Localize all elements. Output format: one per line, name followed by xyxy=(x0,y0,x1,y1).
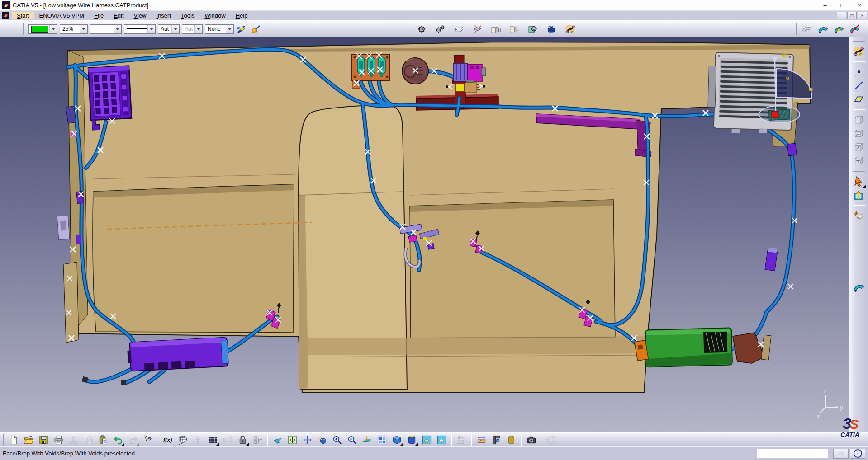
lock-button[interactable] xyxy=(236,433,249,446)
bundle-button[interactable] xyxy=(852,280,866,294)
chevron-down-icon[interactable] xyxy=(171,25,179,33)
zoom-in-button[interactable] xyxy=(331,433,344,446)
bundle-yellow-button[interactable] xyxy=(832,23,845,35)
menu-item-window[interactable]: Window xyxy=(199,12,230,19)
minimize-button[interactable]: – xyxy=(816,0,834,10)
paste-button[interactable] xyxy=(97,433,110,446)
3d-viewport[interactable]: w v u z y x xyxy=(0,37,849,432)
chevron-down-icon[interactable] xyxy=(194,25,202,33)
rotate-button[interactable] xyxy=(316,433,329,446)
render-mode-combo[interactable]: None xyxy=(205,24,234,34)
toolbar-drag-handle[interactable] xyxy=(853,171,865,172)
close-button[interactable]: × xyxy=(851,0,868,10)
menu-item-edit[interactable]: Edit xyxy=(109,12,128,19)
left-flange[interactable] xyxy=(63,262,79,343)
bundle-button[interactable] xyxy=(816,23,830,35)
publish-button[interactable] xyxy=(852,188,866,202)
toolbar-drag-handle[interactable] xyxy=(853,277,865,277)
toolbar-drag-handle[interactable] xyxy=(853,109,865,110)
normal-view-button[interactable] xyxy=(360,433,374,446)
toolbar-drag-handle[interactable] xyxy=(853,205,865,206)
swap-space-button[interactable] xyxy=(435,433,448,446)
select-button[interactable] xyxy=(852,174,866,188)
multi-view-button[interactable] xyxy=(375,433,389,446)
line-weight-combo[interactable] xyxy=(90,24,122,34)
menu-item-file[interactable]: File xyxy=(89,12,109,19)
point-symbol-combo[interactable]: Aut xyxy=(158,24,180,34)
dialog-expand-button[interactable]: □ xyxy=(833,449,849,459)
chevron-down-icon[interactable] xyxy=(147,25,155,33)
sheet-metal-button[interactable] xyxy=(452,23,465,35)
ecu-drop-connector[interactable] xyxy=(787,143,797,156)
geometrical-set4-button[interactable] xyxy=(852,154,866,167)
power-input-field[interactable] xyxy=(757,449,828,458)
help-pointer-button[interactable]: ? xyxy=(142,433,155,446)
transparency-combo[interactable]: 25% xyxy=(60,24,88,34)
new-document-button[interactable] xyxy=(7,433,20,446)
geometrical-set-button[interactable] xyxy=(852,113,866,127)
bundle-gray-button[interactable] xyxy=(801,23,814,35)
left-recess[interactable] xyxy=(93,184,294,333)
toolbar-drag-handle[interactable] xyxy=(853,61,865,62)
scene-svg[interactable]: w v u z y x xyxy=(0,37,849,432)
part-arrows-button[interactable] xyxy=(471,23,484,35)
sphere-rotate-button[interactable] xyxy=(545,23,558,35)
measure-item-button[interactable] xyxy=(490,433,503,446)
toolbar-drag-handle[interactable] xyxy=(3,434,4,446)
harness-routing-button[interactable] xyxy=(852,44,866,58)
green-module[interactable] xyxy=(634,328,732,367)
geometrical-set2-button[interactable] xyxy=(852,127,866,140)
gear-button[interactable] xyxy=(415,23,428,35)
tan-connector[interactable] xyxy=(465,83,477,93)
line-type-combo[interactable] xyxy=(124,24,156,34)
menu-item-insert[interactable]: Insert xyxy=(152,12,176,19)
menu-item-tools[interactable]: Tools xyxy=(176,12,199,19)
measure-button[interactable] xyxy=(475,433,488,446)
assembly-gear-button[interactable] xyxy=(526,23,540,35)
body-controller[interactable] xyxy=(127,337,228,371)
mdi-close-button[interactable]: × xyxy=(858,12,867,19)
mdi-restore-button[interactable]: □ xyxy=(847,12,857,19)
geometrical-set3-button[interactable] xyxy=(852,140,866,154)
render-style-button[interactable] xyxy=(405,433,418,446)
chevron-down-icon[interactable] xyxy=(114,25,121,33)
undo-button[interactable] xyxy=(112,433,125,446)
menu-item-help[interactable]: Help xyxy=(231,12,253,19)
line-button[interactable] xyxy=(852,79,866,92)
painter-button[interactable] xyxy=(235,23,248,35)
toolbar-drag-handle[interactable] xyxy=(796,23,797,35)
toolbar-drag-handle[interactable] xyxy=(23,23,24,35)
yellow-connector[interactable] xyxy=(456,84,464,91)
formula-button[interactable]: f(x) xyxy=(161,433,175,446)
fly-mode-button[interactable] xyxy=(271,433,284,446)
bundle-disabled-button[interactable] xyxy=(848,23,861,35)
maximize-button[interactable]: □ xyxy=(834,0,851,10)
print-button[interactable] xyxy=(52,433,65,446)
knowledge-button[interactable] xyxy=(176,433,190,446)
plane-button[interactable] xyxy=(852,92,866,106)
camera-button[interactable] xyxy=(525,433,538,446)
point-button[interactable] xyxy=(852,65,866,79)
design-table-button[interactable] xyxy=(206,433,219,446)
erase-button[interactable] xyxy=(852,209,866,222)
zoom-out-button[interactable] xyxy=(346,433,359,446)
mdi-minimize-button[interactable]: – xyxy=(837,12,846,19)
pan-button[interactable] xyxy=(301,433,314,446)
chevron-down-icon[interactable] xyxy=(226,25,233,33)
hide-show-button[interactable] xyxy=(420,433,433,446)
menu-item-start[interactable]: Start xyxy=(12,12,34,19)
magic-wand-button[interactable] xyxy=(250,23,263,35)
toolbar-drag-handle[interactable] xyxy=(853,41,865,42)
point-symbol-combo-2[interactable]: Aut xyxy=(182,24,203,34)
menu-item-view[interactable]: View xyxy=(129,12,152,19)
catalog2-button[interactable] xyxy=(508,23,521,35)
color-combo[interactable] xyxy=(28,24,57,34)
menu-item-enovia-v5-vpm[interactable]: ENOVIA V5 VPM xyxy=(34,12,89,19)
save-button[interactable] xyxy=(37,433,50,446)
catalog-button[interactable] xyxy=(489,23,503,35)
chevron-down-icon[interactable] xyxy=(80,25,87,33)
harness-routing-button[interactable] xyxy=(564,23,577,35)
open-button[interactable] xyxy=(22,433,35,446)
inertia-button[interactable] xyxy=(505,433,518,446)
info-button[interactable]: i xyxy=(850,449,865,459)
